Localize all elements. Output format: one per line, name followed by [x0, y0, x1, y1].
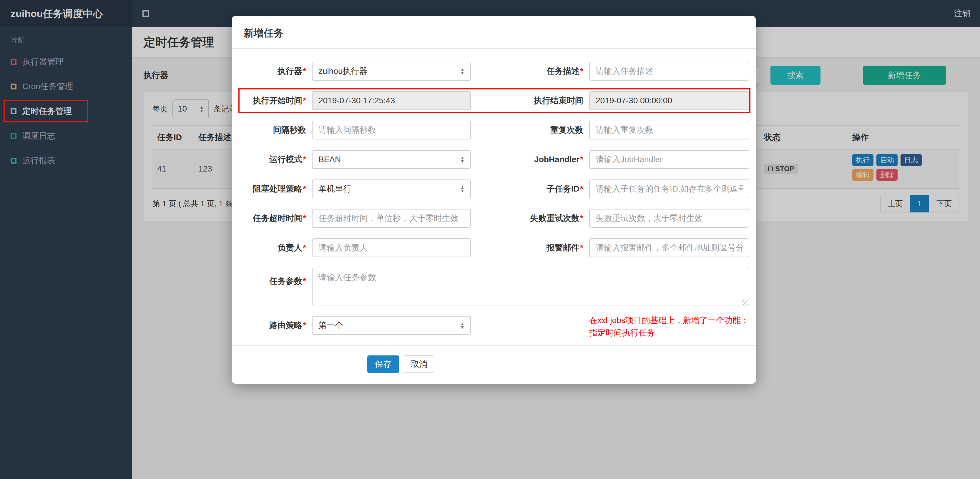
field-label: 执行器*: [240, 62, 312, 81]
field-label: 运行模式*: [240, 150, 312, 169]
child-job-id-input[interactable]: [589, 180, 749, 198]
run-mode-select[interactable]: BEAN▲▼: [312, 150, 471, 169]
field-label: 阻塞处理策略*: [240, 180, 312, 198]
form-row: 阻塞处理策略*单机串行▲▼子任务ID*: [240, 180, 750, 198]
repeat-count-input[interactable]: [589, 121, 749, 140]
field-label: 子任务ID*: [471, 180, 589, 198]
add-task-modal: 新增任务 执行器*zuihou执行器▲▼任务描述*执行开始时间*执行结束时间间隔…: [232, 16, 756, 384]
form-row: 运行模式*BEAN▲▼JobHandler*: [240, 150, 750, 169]
select-arrows-icon: ▲▼: [460, 68, 465, 75]
owner-input[interactable]: [312, 238, 471, 257]
modal-footer: 保存 取消: [232, 345, 756, 384]
save-button[interactable]: 保存: [367, 355, 399, 373]
field-label: 路由策略*: [240, 316, 312, 335]
field-label: 任务超时时间*: [240, 209, 312, 228]
field-label: JobHandler*: [471, 150, 589, 169]
form-row: 间隔秒数重复次数: [240, 121, 750, 140]
field-label: 任务参数*: [240, 268, 312, 291]
select-arrows-icon: ▲▼: [460, 322, 465, 329]
jobhandler-input[interactable]: [589, 150, 749, 169]
modal-red-note: 在xxl-jobs项目的基础上，新增了一个功能：指定时间执行任务: [589, 314, 749, 339]
field-label: 执行结束时间: [471, 91, 589, 110]
field-label: 失败重试次数*: [471, 209, 589, 228]
form-row: 执行开始时间*执行结束时间: [240, 91, 750, 110]
fail-retry-input[interactable]: [589, 209, 749, 228]
form-row: 任务参数*: [240, 268, 750, 306]
route-strategy-select[interactable]: 第一个▲▼: [312, 316, 471, 335]
cancel-button[interactable]: 取消: [404, 355, 434, 373]
field-label: 间隔秒数: [240, 121, 312, 140]
block-strategy-select[interactable]: 单机串行▲▼: [312, 180, 471, 198]
modal-form: 执行器*zuihou执行器▲▼任务描述*执行开始时间*执行结束时间间隔秒数重复次…: [232, 49, 756, 335]
field-label: 报警邮件*: [471, 238, 589, 257]
select-arrows-icon: ▲▼: [460, 156, 465, 163]
field-label: 负责人*: [240, 238, 312, 257]
form-row: 路由策略*第一个▲▼在xxl-jobs项目的基础上，新增了一个功能：指定时间执行…: [240, 316, 750, 335]
field-label: 执行开始时间*: [240, 91, 312, 110]
end-time-input[interactable]: [589, 91, 749, 110]
modal-title: 新增任务: [232, 16, 756, 49]
alarm-email-input[interactable]: [589, 238, 749, 257]
task-params-textarea[interactable]: [312, 268, 749, 306]
form-row: 任务超时时间*失败重试次数*: [240, 209, 750, 228]
field-label: 任务描述*: [471, 62, 589, 81]
form-row: 执行器*zuihou执行器▲▼任务描述*: [240, 62, 750, 81]
timeout-input[interactable]: [312, 209, 471, 228]
form-row: 负责人*报警邮件*: [240, 238, 750, 257]
select-arrows-icon: ▲▼: [460, 185, 465, 193]
field-label: 重复次数: [471, 121, 589, 140]
start-time-input[interactable]: [312, 91, 471, 110]
job-desc-input[interactable]: [589, 62, 749, 81]
executor-select[interactable]: zuihou执行器▲▼: [312, 62, 471, 81]
interval-seconds-input[interactable]: [312, 121, 471, 140]
